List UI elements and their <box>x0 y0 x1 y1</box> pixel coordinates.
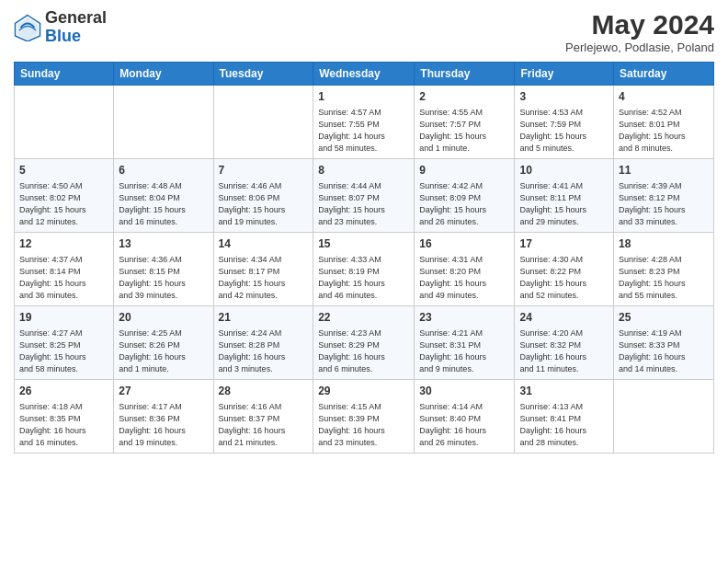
day-number: 25 <box>619 310 709 326</box>
day-number: 27 <box>119 384 208 399</box>
calendar-cell: 5Sunrise: 4:50 AM Sunset: 8:02 PM Daylig… <box>15 158 114 232</box>
day-info: Sunrise: 4:44 AM Sunset: 8:07 PM Dayligh… <box>318 180 409 228</box>
day-info: Sunrise: 4:13 AM Sunset: 8:41 PM Dayligh… <box>519 401 609 449</box>
calendar-cell: 27Sunrise: 4:17 AM Sunset: 8:36 PM Dayli… <box>114 379 213 453</box>
day-number: 20 <box>119 310 208 326</box>
day-info: Sunrise: 4:55 AM Sunset: 7:57 PM Dayligh… <box>419 107 509 155</box>
day-info: Sunrise: 4:48 AM Sunset: 8:04 PM Dayligh… <box>119 180 208 228</box>
calendar-week-row: 12Sunrise: 4:37 AM Sunset: 8:14 PM Dayli… <box>15 232 714 305</box>
page: General Blue May 2024 Perlejewo, Podlasi… <box>0 0 728 563</box>
calendar-cell <box>114 86 213 159</box>
calendar-week-row: 19Sunrise: 4:27 AM Sunset: 8:25 PM Dayli… <box>15 305 714 379</box>
day-number: 12 <box>19 236 108 252</box>
calendar-cell: 21Sunrise: 4:24 AM Sunset: 8:28 PM Dayli… <box>213 305 313 379</box>
day-info: Sunrise: 4:23 AM Sunset: 8:29 PM Dayligh… <box>318 327 409 375</box>
day-info: Sunrise: 4:34 AM Sunset: 8:17 PM Dayligh… <box>219 254 309 302</box>
day-info: Sunrise: 4:28 AM Sunset: 8:23 PM Dayligh… <box>619 254 709 302</box>
day-number: 6 <box>119 163 208 178</box>
day-number: 30 <box>419 384 509 399</box>
day-number: 23 <box>419 310 509 326</box>
calendar-week-row: 5Sunrise: 4:50 AM Sunset: 8:02 PM Daylig… <box>15 158 714 232</box>
calendar-cell: 28Sunrise: 4:16 AM Sunset: 8:37 PM Dayli… <box>213 379 313 453</box>
month-title: May 2024 <box>565 9 714 40</box>
day-number: 8 <box>318 163 409 178</box>
col-header-wednesday: Wednesday <box>313 63 415 86</box>
calendar-cell: 2Sunrise: 4:55 AM Sunset: 7:57 PM Daylig… <box>415 86 515 159</box>
day-info: Sunrise: 4:30 AM Sunset: 8:22 PM Dayligh… <box>519 254 609 302</box>
day-info: Sunrise: 4:52 AM Sunset: 8:01 PM Dayligh… <box>619 107 709 155</box>
day-info: Sunrise: 4:16 AM Sunset: 8:37 PM Dayligh… <box>219 401 309 449</box>
calendar-header-row: SundayMondayTuesdayWednesdayThursdayFrid… <box>15 63 714 86</box>
calendar-cell: 16Sunrise: 4:31 AM Sunset: 8:20 PM Dayli… <box>415 232 515 305</box>
calendar-cell: 20Sunrise: 4:25 AM Sunset: 8:26 PM Dayli… <box>114 305 213 379</box>
day-info: Sunrise: 4:25 AM Sunset: 8:26 PM Dayligh… <box>119 327 208 375</box>
day-number: 29 <box>318 384 409 399</box>
day-number: 26 <box>19 384 108 399</box>
day-number: 15 <box>318 236 409 252</box>
calendar-cell: 13Sunrise: 4:36 AM Sunset: 8:15 PM Dayli… <box>114 232 213 305</box>
calendar-cell <box>15 86 114 159</box>
day-info: Sunrise: 4:17 AM Sunset: 8:36 PM Dayligh… <box>119 401 208 449</box>
calendar-cell: 29Sunrise: 4:15 AM Sunset: 8:39 PM Dayli… <box>313 379 415 453</box>
header: General Blue May 2024 Perlejewo, Podlasi… <box>14 9 714 54</box>
day-number: 3 <box>519 89 609 105</box>
day-info: Sunrise: 4:33 AM Sunset: 8:19 PM Dayligh… <box>318 254 409 302</box>
location-title: Perlejewo, Podlasie, Poland <box>565 40 714 54</box>
calendar-cell: 15Sunrise: 4:33 AM Sunset: 8:19 PM Dayli… <box>313 232 415 305</box>
col-header-sunday: Sunday <box>15 63 114 86</box>
day-number: 7 <box>219 163 309 178</box>
calendar-cell: 12Sunrise: 4:37 AM Sunset: 8:14 PM Dayli… <box>15 232 114 305</box>
calendar-cell: 17Sunrise: 4:30 AM Sunset: 8:22 PM Dayli… <box>515 232 614 305</box>
day-number: 17 <box>519 236 609 252</box>
calendar-cell: 11Sunrise: 4:39 AM Sunset: 8:12 PM Dayli… <box>614 158 714 232</box>
day-info: Sunrise: 4:20 AM Sunset: 8:32 PM Dayligh… <box>519 327 609 375</box>
day-number: 1 <box>318 89 409 105</box>
day-info: Sunrise: 4:31 AM Sunset: 8:20 PM Dayligh… <box>419 254 509 302</box>
day-number: 2 <box>419 89 509 105</box>
day-info: Sunrise: 4:37 AM Sunset: 8:14 PM Dayligh… <box>19 254 108 302</box>
col-header-tuesday: Tuesday <box>213 63 313 86</box>
calendar-cell: 18Sunrise: 4:28 AM Sunset: 8:23 PM Dayli… <box>614 232 714 305</box>
day-info: Sunrise: 4:42 AM Sunset: 8:09 PM Dayligh… <box>419 180 509 228</box>
calendar-cell: 7Sunrise: 4:46 AM Sunset: 8:06 PM Daylig… <box>213 158 313 232</box>
calendar-cell: 8Sunrise: 4:44 AM Sunset: 8:07 PM Daylig… <box>313 158 415 232</box>
day-number: 5 <box>19 163 108 178</box>
day-number: 14 <box>219 236 309 252</box>
calendar-cell: 4Sunrise: 4:52 AM Sunset: 8:01 PM Daylig… <box>614 86 714 159</box>
day-number: 21 <box>219 310 309 326</box>
day-info: Sunrise: 4:14 AM Sunset: 8:40 PM Dayligh… <box>419 401 509 449</box>
calendar-cell: 30Sunrise: 4:14 AM Sunset: 8:40 PM Dayli… <box>415 379 515 453</box>
calendar-cell: 10Sunrise: 4:41 AM Sunset: 8:11 PM Dayli… <box>515 158 614 232</box>
calendar-week-row: 26Sunrise: 4:18 AM Sunset: 8:35 PM Dayli… <box>15 379 714 453</box>
day-number: 10 <box>519 163 609 178</box>
calendar-cell <box>614 379 714 453</box>
calendar-cell: 6Sunrise: 4:48 AM Sunset: 8:04 PM Daylig… <box>114 158 213 232</box>
logo: General Blue <box>14 9 107 46</box>
day-info: Sunrise: 4:46 AM Sunset: 8:06 PM Dayligh… <box>219 180 309 228</box>
calendar-cell: 26Sunrise: 4:18 AM Sunset: 8:35 PM Dayli… <box>15 379 114 453</box>
logo-icon <box>14 14 41 41</box>
day-info: Sunrise: 4:57 AM Sunset: 7:55 PM Dayligh… <box>318 107 409 155</box>
calendar-week-row: 1Sunrise: 4:57 AM Sunset: 7:55 PM Daylig… <box>15 86 714 159</box>
day-info: Sunrise: 4:19 AM Sunset: 8:33 PM Dayligh… <box>619 327 709 375</box>
logo-general-text: General <box>45 8 107 27</box>
day-info: Sunrise: 4:18 AM Sunset: 8:35 PM Dayligh… <box>19 401 108 449</box>
logo-text: General Blue <box>45 9 107 46</box>
day-number: 13 <box>119 236 208 252</box>
day-number: 19 <box>19 310 108 326</box>
calendar-cell: 31Sunrise: 4:13 AM Sunset: 8:41 PM Dayli… <box>515 379 614 453</box>
title-block: May 2024 Perlejewo, Podlasie, Poland <box>565 9 714 54</box>
day-info: Sunrise: 4:36 AM Sunset: 8:15 PM Dayligh… <box>119 254 208 302</box>
day-number: 11 <box>619 163 709 178</box>
day-number: 28 <box>219 384 309 399</box>
col-header-thursday: Thursday <box>415 63 515 86</box>
day-info: Sunrise: 4:15 AM Sunset: 8:39 PM Dayligh… <box>318 401 409 449</box>
col-header-monday: Monday <box>114 63 213 86</box>
col-header-saturday: Saturday <box>614 63 714 86</box>
day-info: Sunrise: 4:21 AM Sunset: 8:31 PM Dayligh… <box>419 327 509 375</box>
day-number: 9 <box>419 163 509 178</box>
calendar-cell: 9Sunrise: 4:42 AM Sunset: 8:09 PM Daylig… <box>415 158 515 232</box>
calendar-cell: 22Sunrise: 4:23 AM Sunset: 8:29 PM Dayli… <box>313 305 415 379</box>
calendar: SundayMondayTuesdayWednesdayThursdayFrid… <box>14 62 714 454</box>
calendar-cell: 14Sunrise: 4:34 AM Sunset: 8:17 PM Dayli… <box>213 232 313 305</box>
